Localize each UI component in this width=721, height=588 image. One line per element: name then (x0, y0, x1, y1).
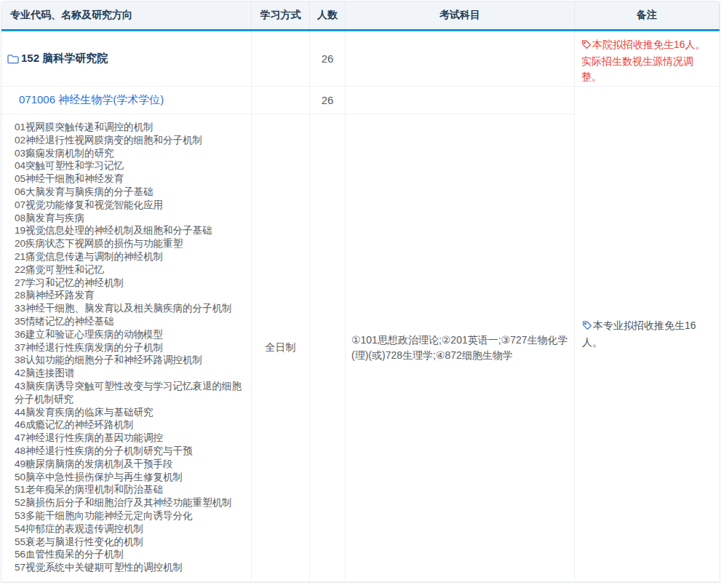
research-direction-item: 42脑连接图谱 (15, 367, 244, 380)
research-direction-item: 46成瘾记忆的神经环路机制 (15, 418, 244, 432)
major-count: 26 (310, 87, 346, 114)
research-direction-item: 08脑发育与疾病 (15, 212, 244, 225)
table-header-row: 专业代码、名称及研究方向 学习方式 人数 考试科目 备注 (1, 1, 720, 29)
research-direction-item: 49糖尿病脑病的发病机制及干预手段 (15, 458, 244, 471)
research-direction-item: 03癫痫发病机制的研究 (15, 147, 244, 160)
major-study-mode-cell (252, 87, 310, 114)
header-count: 人数 (310, 1, 346, 29)
institute-row: 152 脑科学研究院 26 本院拟招收推免生16人。实际招生数视生源情况调整。 (1, 31, 720, 87)
admissions-table: 专业代码、名称及研究方向 学习方式 人数 考试科目 备注 152 脑科学研究院 … (1, 1, 720, 583)
detail-count-cell (310, 114, 346, 582)
major-remark: 本专业拟招收推免生16人。 (575, 87, 720, 582)
institute-remark-text: 本院拟招收推免生16人。实际招生数视生源情况调整。 (581, 39, 706, 82)
institute-remark: 本院拟招收推免生16人。实际招生数视生源情况调整。 (575, 31, 720, 87)
major-link[interactable]: 071006 神经生物学(学术学位) (19, 93, 164, 107)
research-direction-item: 43脑疾病诱导突触可塑性改变与学习记忆衰退的细胞分子机制研究 (15, 380, 244, 406)
research-directions-list: 01视网膜突触传递和调控的机制02神经退行性视网膜病变的细胞和分子机制03癫痫发… (1, 114, 252, 582)
research-direction-item: 53多能干细胞向功能神经元定向诱导分化 (15, 509, 244, 523)
research-direction-item: 57视觉系统中关键期可塑性的调控机制 (15, 561, 244, 574)
research-direction-item: 37神经退行性疾病发病的分子机制 (15, 341, 244, 354)
research-direction-item: 47神经退行性疾病的基因功能调控 (15, 432, 244, 445)
tag-icon-red (581, 39, 591, 54)
research-direction-item: 50脑卒中急性损伤保护与再生修复机制 (15, 471, 244, 484)
folder-icon (7, 54, 19, 64)
research-direction-item: 20疾病状态下视网膜的损伤与功能重塑 (15, 237, 244, 250)
tag-icon-blue (582, 319, 592, 335)
research-direction-item: 55衰老与脑退行性变化的机制 (15, 536, 244, 549)
research-direction-item: 05神经干细胞和神经发育 (15, 172, 244, 186)
research-direction-item: 36建立和验证心理疾病的动物模型 (15, 328, 244, 341)
research-direction-item: 38认知功能的细胞分子和神经环路调控机制 (15, 354, 244, 367)
research-direction-item: 27学习和记忆的神经机制 (15, 277, 244, 290)
institute-title: 152 脑科学研究院 (21, 52, 108, 65)
exam-subjects-value: ①101思想政治理论;②201英语一;③727生物化学(理)(或)728生理学;… (346, 114, 575, 582)
institute-exam-cell (346, 31, 575, 87)
major-exam-cell (346, 87, 575, 114)
institute-study-mode-cell (252, 31, 310, 87)
research-direction-item: 28脑神经环路发育 (15, 289, 244, 302)
major-remark-text: 本专业拟招收推免生16人。 (582, 319, 696, 348)
major-section: 071006 神经生物学(学术学位) 26 01视网膜突触传递和调控的机制02神… (1, 87, 720, 582)
research-direction-item: 21痛觉信息传递与调制的神经机制 (15, 250, 244, 263)
research-direction-item: 33神经干细胞、脑发育以及相关脑疾病的分子机制 (15, 302, 244, 315)
research-direction-item: 02神经退行性视网膜病变的细胞和分子机制 (15, 134, 244, 147)
header-remarks: 备注 (575, 1, 720, 29)
research-direction-item: 48神经退行性疾病的分子机制研究与干预 (15, 445, 244, 458)
research-direction-item: 04突触可塑性和学习记忆 (15, 159, 244, 172)
major-title-cell: 071006 神经生物学(学术学位) (1, 87, 252, 114)
study-mode-value: 全日制 (252, 114, 310, 582)
header-study-mode: 学习方式 (252, 1, 310, 29)
research-direction-item: 56血管性痴呆的分子机制 (15, 548, 244, 561)
research-direction-item: 07视觉功能修复和视觉智能化应用 (15, 199, 244, 212)
research-direction-item: 19视觉信息处理的神经机制及细胞和分子基础 (15, 224, 244, 237)
research-direction-item: 22痛觉可塑性和记忆 (15, 263, 244, 277)
research-direction-item: 06大脑发育与脑疾病的分子基础 (15, 186, 244, 199)
research-direction-item: 44脑发育疾病的临床与基础研究 (15, 406, 244, 419)
institute-title-cell[interactable]: 152 脑科学研究院 (1, 31, 252, 87)
research-direction-item: 51老年痴呆的病理机制和防治基础 (15, 483, 244, 496)
header-exam-subjects: 考试科目 (346, 1, 575, 29)
research-direction-item: 54抑郁症的表观遗传调控机制 (15, 523, 244, 536)
research-direction-item: 52脑损伤后分子和细胞治疗及其神经功能重塑机制 (15, 496, 244, 509)
header-major-code: 专业代码、名称及研究方向 (1, 1, 252, 29)
institute-count: 26 (310, 31, 346, 87)
research-direction-item: 35情绪记忆的神经基础 (15, 315, 244, 328)
research-direction-item: 01视网膜突触传递和调控的机制 (15, 121, 244, 134)
